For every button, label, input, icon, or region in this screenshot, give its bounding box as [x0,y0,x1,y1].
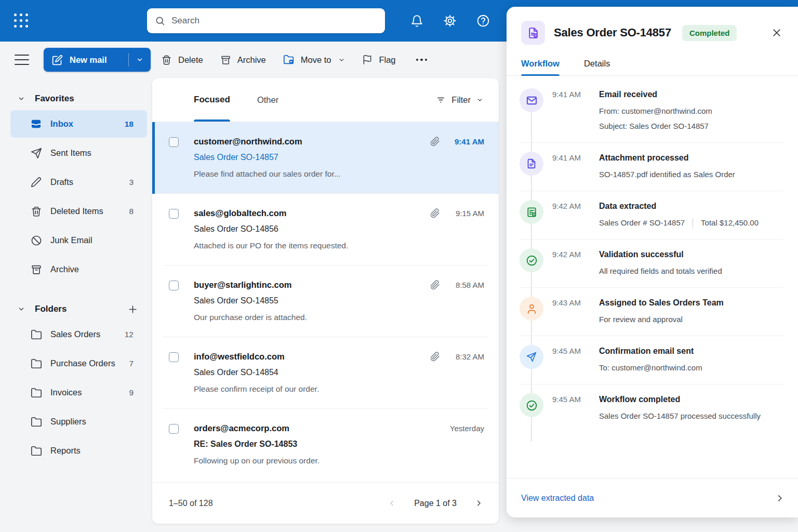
step-time: 9:43 AM [552,297,599,307]
trash-icon [30,205,42,217]
settings-icon[interactable] [443,14,457,28]
flag-button[interactable]: Flag [362,55,395,65]
close-icon[interactable] [769,25,784,41]
panel-tabs: Workflow Details [507,59,798,76]
new-mail-label: New mail [70,55,107,65]
email-sender: orders@acmecorp.com [194,422,450,434]
chevron-down-icon [476,97,483,103]
favorites-header[interactable]: Favorites [18,94,138,104]
item-count: 3 [129,178,134,187]
view-extracted-data-link[interactable]: View extracted data [507,478,798,517]
sidebar-item-reports[interactable]: Reports [10,437,147,464]
sidebar-item-suppliers[interactable]: Suppliers [10,408,147,435]
tab-details[interactable]: Details [584,59,610,75]
step-time: 9:42 AM [552,200,599,210]
folder-icon [30,416,42,428]
timeline-step: 9:45 AM Workflow completed Sales Order S… [520,384,783,433]
timeline-step: 9:41 AM Attachment processed SO-14857.pd… [520,143,783,191]
tab-focused[interactable]: Focused [194,78,230,122]
step-detail: To: customer@northwind.com [599,360,783,375]
notifications-icon[interactable] [409,14,424,28]
sidebar-item-sales-orders[interactable]: Sales Orders 12 [10,321,147,348]
step-title: Workflow completed [599,394,783,405]
topbar-actions [409,0,490,42]
email-list: Focused Other Filter customer@northwind.… [152,78,499,524]
filter-icon [436,95,446,105]
new-mail-main[interactable]: New mail [44,48,128,72]
email-row[interactable]: buyer@starlightinc.com Sales Order SO-14… [152,265,499,337]
sidebar-item-invoices[interactable]: Invoices 9 [10,379,147,406]
sidebar-item-junk-email[interactable]: Junk Email [10,227,147,254]
folders-header[interactable]: Folders [18,304,138,314]
chevron-left-icon[interactable] [388,499,396,508]
email-row[interactable]: sales@globaltech.com Sales Order SO-1485… [152,194,499,265]
step-time: 9:41 AM [552,88,599,99]
pencil-icon [30,176,42,188]
chevron-right-icon[interactable] [474,499,483,508]
panel-header: Sales Order SO-14857 Completed [507,7,798,45]
flag-label: Flag [379,55,395,65]
send-icon [520,345,543,369]
footer-link-label: View extracted data [521,494,594,503]
sidebar-item-purchase-orders[interactable]: Purchase Orders 7 [10,350,147,377]
item-count: 8 [129,207,134,216]
move-to-button[interactable]: Move to [283,54,345,65]
more-options-icon[interactable] [413,56,431,64]
email-row[interactable]: customer@northwind.com Sales Order SO-14… [152,122,499,194]
help-icon[interactable] [476,14,490,28]
archive-icon [220,55,231,65]
email-subject: Sales Order SO-14855 [194,295,430,307]
email-preview: Please confirm receipt of our order. [194,383,430,394]
email-content: customer@northwind.com Sales Order SO-14… [194,136,430,194]
email-subject: Sales Order SO-14856 [194,223,430,235]
step-title: Assigned to Sales Orders Team [599,297,783,309]
folder-icon [30,357,42,369]
filter-button[interactable]: Filter [436,78,483,122]
add-folder-icon[interactable] [128,304,138,314]
sidebar-item-label: Suppliers [50,417,86,427]
sidebar-item-deleted-items[interactable]: Deleted Items 8 [10,197,147,225]
workflow-timeline: 9:41 AM Email received From: customer@no… [507,76,798,478]
menu-icon[interactable] [15,55,29,65]
folder-icon [30,445,42,457]
sidebar-item-archive[interactable]: Archive [10,256,147,283]
sidebar-item-drafts[interactable]: Drafts 3 [10,168,147,196]
email-checkbox[interactable] [169,209,179,219]
timeline-step: 9:41 AM Email received From: customer@no… [520,79,783,143]
email-checkbox[interactable] [169,352,179,362]
timeline-step: 9:43 AM Assigned to Sales Orders Team Fo… [520,288,783,336]
email-sender: buyer@starlightinc.com [194,279,430,290]
email-sender: info@westfieldco.com [194,351,430,362]
new-mail-dropdown[interactable] [129,48,151,72]
email-time: Yesterday [450,423,484,434]
email-content: info@westfieldco.com Sales Order SO-1485… [194,351,430,409]
email-row[interactable]: info@westfieldco.com Sales Order SO-1485… [152,337,499,409]
item-count: 9 [129,388,134,397]
email-checkbox[interactable] [169,424,179,434]
mail-icon [520,88,543,112]
step-detail: Sales Order # SO-14857 [599,215,685,230]
search-box[interactable] [147,8,385,33]
email-preview: Following up on our previous order. [194,455,450,466]
data-table-icon [520,200,543,224]
sidebar-item-label: Invoices [50,388,82,397]
email-checkbox[interactable] [169,137,179,147]
step-detail: For review and approval [599,312,783,327]
search-input[interactable] [171,16,378,26]
attachment-icon [430,137,440,147]
archive-button[interactable]: Archive [220,55,266,65]
tab-other[interactable]: Other [257,78,278,122]
app-launcher-icon[interactable] [12,12,30,30]
email-checkbox[interactable] [169,281,179,290]
move-to-label: Move to [301,55,331,65]
tab-workflow[interactable]: Workflow [521,59,560,75]
folders-label: Folders [35,304,66,314]
sidebar-item-sent-items[interactable]: Sent Items [10,139,147,167]
step-time: 9:45 AM [552,345,599,355]
new-mail-button[interactable]: New mail [44,48,151,72]
attachment-icon [430,352,440,362]
email-row[interactable]: orders@acmecorp.com RE: Sales Order SO-1… [152,409,499,481]
archive-label: Archive [237,55,266,65]
delete-button[interactable]: Delete [161,55,203,65]
sidebar-item-inbox[interactable]: Inbox 18 [10,110,147,138]
